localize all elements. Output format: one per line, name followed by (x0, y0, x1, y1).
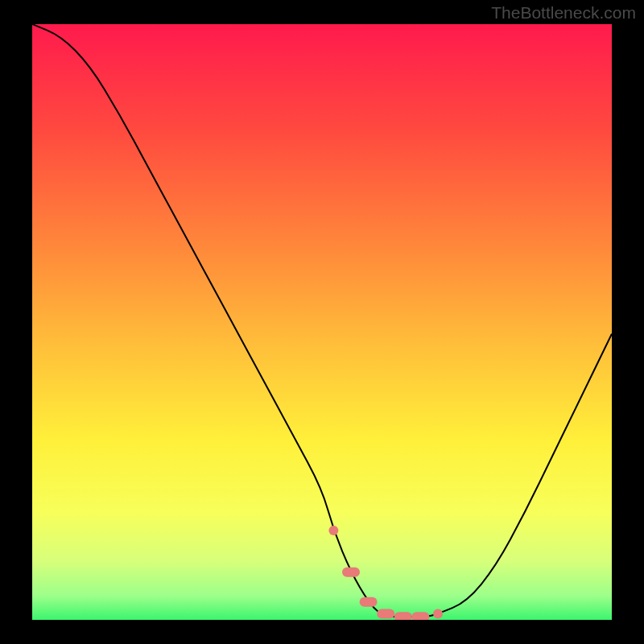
optimal-marker (342, 568, 360, 577)
optimal-zone-markers (328, 526, 443, 620)
optimal-marker (377, 609, 394, 619)
optimal-marker (328, 526, 338, 535)
optimal-marker (360, 597, 378, 607)
optimal-marker (394, 612, 412, 620)
curve-layer (32, 24, 612, 620)
chart-container: TheBottleneck.com (0, 0, 644, 644)
optimal-marker (411, 612, 429, 620)
optimal-marker (433, 609, 443, 619)
plot-area (32, 24, 612, 620)
bottleneck-curve (32, 24, 612, 617)
watermark-text: TheBottleneck.com (491, 3, 636, 23)
